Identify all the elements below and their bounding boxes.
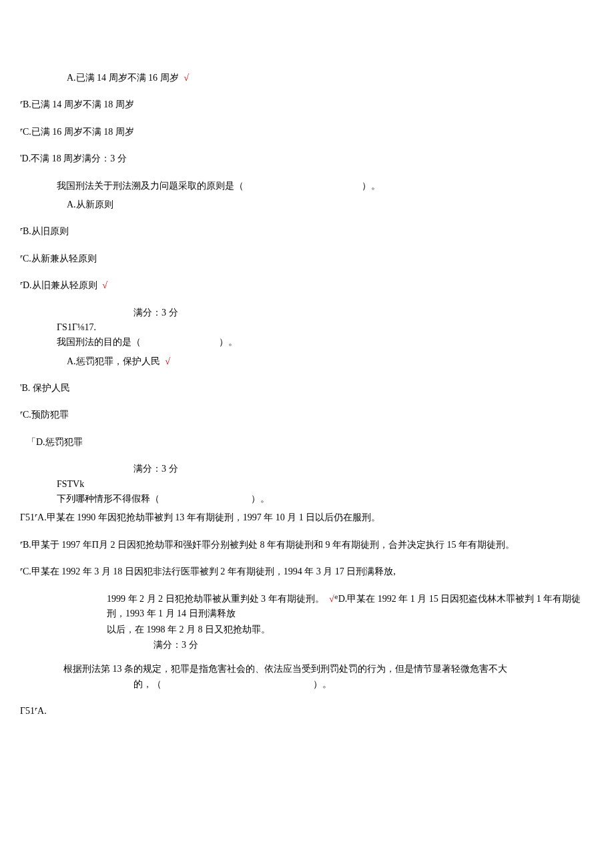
q17-option-c: ʳC.预防犯罪 [20, 408, 594, 422]
option-text: ʳD.从旧兼从轻原则 [20, 280, 97, 290]
option-c2-text: 1999 年 2 月 2 日犯抢劫罪被从重判处 3 年有期徒刑。 [107, 594, 324, 604]
q18-stem: 下列哪种情形不得假释（ ）。 [20, 492, 594, 506]
q19-stem-line1: 根据刑法第 13 条的规定，犯罪是指危害社会的、依法应当受到刑罚处罚的行为，但是… [20, 662, 594, 677]
q16-code: ΓS1Γ⅛17. [20, 320, 594, 335]
q18-option-c-line2: 1999 年 2 月 2 日犯抢劫罪被从重判处 3 年有期徒刑。 √ᵉD.甲某在… [20, 592, 594, 622]
q16-option-d: ʳD.从旧兼从轻原则 √ [20, 278, 594, 293]
q18-option-c-line1: ʳC.甲某在 1992 年 3 月 18 日因犯非法行医罪被判 2 年有期徒刑，… [20, 564, 594, 579]
q18-option-a: Γ51ʳA.甲某在 1990 年因犯抢劫罪被判 13 年有期徒刑，1997 年 … [20, 510, 594, 525]
q15-option-c: ʳC.已满 16 周岁不满 18 周岁 [20, 125, 594, 139]
q17-stem: 我国刑法的目的是（ ）。 [20, 335, 594, 350]
option-text: A.已满 14 周岁不满 16 周岁 [67, 73, 179, 83]
q18-score: 满分：3 分 [20, 638, 594, 653]
stem-post: ）。 [251, 494, 270, 504]
q18-option-d-line2: 以后，在 1998 年 2 月 8 日又犯抢劫罪。 [20, 622, 594, 637]
q19-option-a: Γ51ʳA. [20, 704, 594, 719]
check-icon: √ [329, 594, 334, 604]
q15-option-b: ʳB.已满 14 周岁不满 18 周岁 [20, 97, 594, 112]
option-text: ʳB.甲某于 1997 年Π月 2 日因犯抢劫罪和强奸罪分别被判处 8 年有期徒… [20, 540, 515, 550]
stem-pre: 的，（ [133, 679, 162, 689]
q16-stem: 我国刑法关于刑法溯及力问题采取的原则是（ ）。 [20, 179, 594, 193]
q17-option-a: A.惩罚犯罪，保护人民 √ [20, 354, 594, 369]
check-icon: √ [184, 73, 189, 83]
q17-option-d: 「D.惩罚犯罪 [20, 435, 594, 450]
check-icon: √ [102, 280, 107, 290]
stem-post: ）。 [362, 181, 380, 191]
q18-option-b: ʳB.甲某于 1997 年Π月 2 日因犯抢劫罪和强奸罪分别被判处 8 年有期徒… [20, 538, 594, 552]
option-text: A.惩罚犯罪，保护人民 [67, 356, 160, 366]
q17-score: 满分：3 分 [20, 462, 594, 476]
q17-code: FSTVk [20, 477, 594, 492]
stem-pre: 下列哪种情形不得假释（ [57, 494, 160, 504]
q16-score: 满分：3 分 [20, 306, 594, 320]
stem-pre: 我国刑法关于刑法溯及力问题采取的原则是（ [57, 181, 244, 191]
stem-post: ）。 [313, 679, 332, 689]
q17-option-b: 'B. 保护人民 [20, 381, 594, 396]
q19-stem-line2: 的，（ ）。 [20, 677, 594, 692]
q16-option-a: A.从新原则 [20, 197, 594, 212]
q15-option-a: A.已满 14 周岁不满 16 周岁 √ [20, 71, 594, 85]
stem-pre: 我国刑法的目的是（ [57, 337, 141, 347]
stem-post: ）。 [219, 337, 238, 347]
q16-option-c: ʳC.从新兼从轻原则 [20, 252, 594, 266]
q16-option-b: ʳB.从旧原则 [20, 224, 594, 239]
q15-option-d: 'D.不满 18 周岁满分：3 分 [20, 151, 594, 166]
document-page: A.已满 14 周岁不满 16 周岁 √ ʳB.已满 14 周岁不满 18 周岁… [0, 0, 614, 749]
check-icon: √ [165, 356, 170, 366]
